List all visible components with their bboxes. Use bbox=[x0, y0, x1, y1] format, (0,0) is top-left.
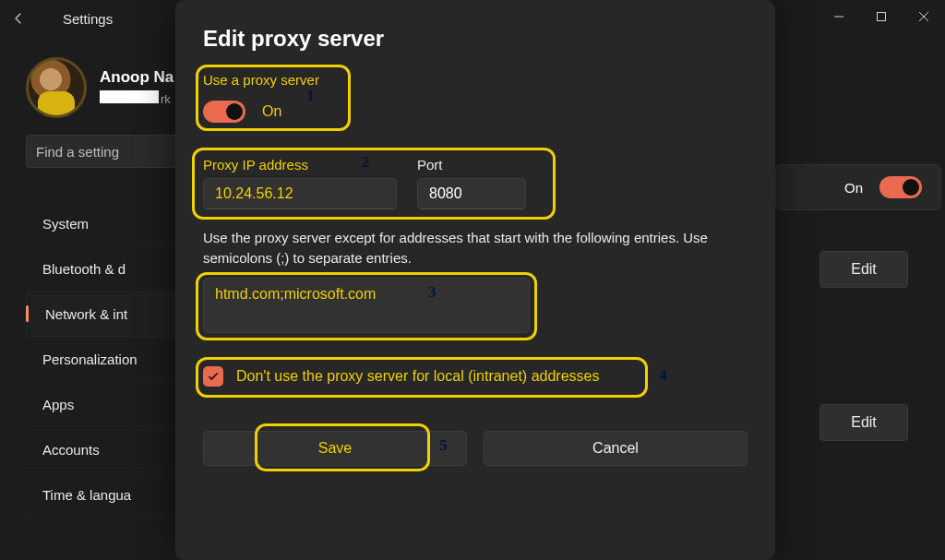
except-entries-input[interactable] bbox=[203, 278, 530, 333]
port-input[interactable] bbox=[417, 178, 526, 209]
avatar bbox=[26, 57, 87, 118]
bg-edit-button-1[interactable]: Edit bbox=[819, 251, 908, 288]
window-controls bbox=[818, 0, 945, 33]
use-proxy-toggle[interactable] bbox=[203, 101, 245, 123]
port-label: Port bbox=[417, 157, 526, 173]
bg-card-toggle: On bbox=[775, 164, 941, 210]
annotation-number-4: 4 bbox=[659, 366, 667, 385]
cancel-button[interactable]: Cancel bbox=[484, 431, 748, 466]
profile-name: Anoop Na bbox=[100, 68, 173, 87]
dialog-title: Edit proxy server bbox=[203, 26, 748, 52]
settings-window: Settings Anoop Na rk Find a setting Syst… bbox=[0, 0, 945, 560]
bg-edit-button-2[interactable]: Edit bbox=[819, 404, 908, 441]
proxy-ip-input[interactable] bbox=[203, 178, 397, 209]
edit-proxy-dialog: Edit proxy server Use a proxy server On … bbox=[175, 0, 775, 560]
use-proxy-state: On bbox=[262, 103, 281, 120]
annotation-number-1: 1 bbox=[306, 87, 315, 105]
close-button[interactable] bbox=[903, 0, 945, 33]
save-button[interactable]: Save bbox=[203, 431, 467, 466]
profile-sub-redacted bbox=[100, 90, 159, 103]
local-addresses-checkbox[interactable] bbox=[203, 366, 223, 387]
annotation-number-5: 5 bbox=[439, 436, 448, 455]
local-addresses-label: Don't use the proxy server for local (in… bbox=[236, 368, 599, 385]
bg-toggle[interactable] bbox=[879, 176, 922, 198]
annotation-number-2: 2 bbox=[362, 153, 370, 172]
svg-rect-1 bbox=[878, 13, 886, 21]
except-description: Use the proxy server except for addresse… bbox=[203, 228, 748, 268]
use-proxy-label: Use a proxy server bbox=[203, 72, 748, 88]
window-title: Settings bbox=[63, 11, 113, 27]
back-button[interactable] bbox=[0, 0, 37, 37]
annotation-number-3: 3 bbox=[428, 283, 437, 302]
minimize-button[interactable] bbox=[818, 0, 860, 33]
profile-sub-tail: rk bbox=[161, 92, 171, 106]
maximize-button[interactable] bbox=[860, 0, 903, 33]
bg-toggle-label: On bbox=[844, 180, 863, 196]
search-placeholder: Find a setting bbox=[36, 144, 119, 160]
